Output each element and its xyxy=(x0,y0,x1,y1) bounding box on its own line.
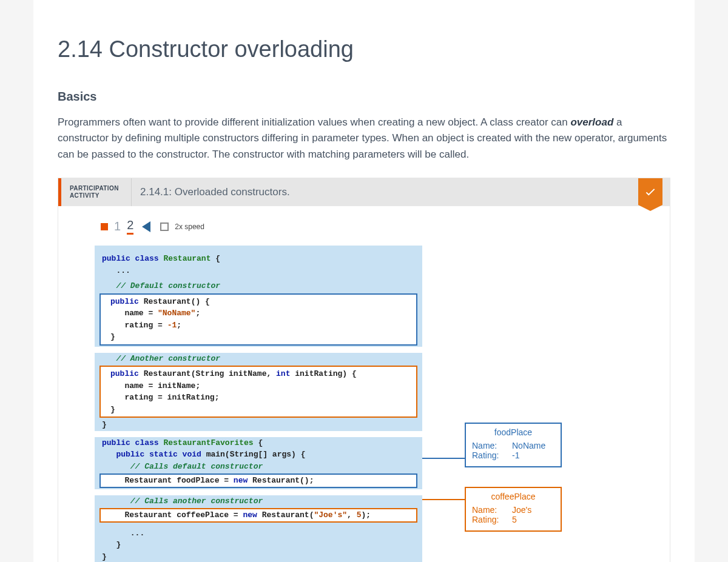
code-comment: // Another constructor xyxy=(95,353,422,365)
object-rating-label: Rating: xyxy=(472,450,507,460)
code-line: name = initName; xyxy=(103,380,414,392)
code-comment: // Calls another constructor xyxy=(95,495,422,507)
animation-controls: 1 2 2x speed xyxy=(101,218,645,235)
object-name-value: Joe's xyxy=(512,505,531,515)
object-title: foodPlace xyxy=(472,427,554,437)
page-content: 2.14 Constructor overloading Basics Prog… xyxy=(33,0,695,562)
object-name-value: NoName xyxy=(512,441,545,450)
completion-badge xyxy=(638,178,662,205)
speed-label: 2x speed xyxy=(175,222,204,231)
code-line: rating = -1; xyxy=(103,319,414,332)
default-constructor-block: public Restaurant() { name = "NoName"; r… xyxy=(99,293,417,346)
code-line: public static void main(String[] args) { xyxy=(95,449,422,461)
activity-type-label: PARTICIPATION ACTIVITY xyxy=(61,178,132,206)
intro-text-before: Programmers often want to provide differ… xyxy=(58,116,570,128)
code-line: rating = initRating; xyxy=(103,392,414,404)
code-line: Restaurant coffeePlace = new Restaurant(… xyxy=(103,509,414,521)
code-line: } xyxy=(103,331,414,343)
code-line: public Restaurant(String initName, int i… xyxy=(103,368,414,380)
connector-line xyxy=(422,499,465,500)
speed-checkbox[interactable] xyxy=(160,222,169,231)
page-title: 2.14 Constructor overloading xyxy=(58,36,670,62)
code-comment: // Calls default constructor xyxy=(95,461,422,473)
object-title: coffeePlace xyxy=(472,492,554,501)
object-rating-value: 5 xyxy=(512,515,517,524)
code-line: } xyxy=(95,419,422,431)
foodplace-instantiation: Restaurant foodPlace = new Restaurant(); xyxy=(99,473,417,488)
intro-paragraph: Programmers often want to provide differ… xyxy=(58,115,670,162)
back-icon[interactable] xyxy=(142,221,150,232)
foodplace-object-box: foodPlace Name: NoName Rating: -1 xyxy=(465,423,562,467)
coffeeplace-object-box: coffeePlace Name: Joe's Rating: 5 xyxy=(465,487,562,532)
step-2-button[interactable]: 2 xyxy=(127,218,133,235)
code-line: ... xyxy=(95,527,422,540)
coffeeplace-instantiation: Restaurant coffeePlace = new Restaurant(… xyxy=(99,508,417,523)
object-rating-label: Rating: xyxy=(472,515,507,524)
code-line: Restaurant foodPlace = new Restaurant(); xyxy=(103,475,414,487)
code-block: public class Restaurant { ... // Default… xyxy=(95,246,422,562)
object-name-label: Name: xyxy=(472,505,507,515)
term-overload: overload xyxy=(570,116,613,128)
activity-header: PARTICIPATION ACTIVITY 2.14.1: Overloade… xyxy=(58,178,670,206)
code-line: public class RestaurantFavorites { xyxy=(95,437,422,449)
code-stage: public class Restaurant { ... // Default… xyxy=(95,246,645,562)
code-line: name = "NoName"; xyxy=(103,307,414,319)
code-line: } xyxy=(95,539,422,551)
activity-label-line1: PARTICIPATION xyxy=(70,185,123,192)
overloaded-constructor-block: public Restaurant(String initName, int i… xyxy=(99,366,417,418)
code-line: public class Restaurant { xyxy=(95,253,422,265)
activity-label-line2: ACTIVITY xyxy=(70,192,123,199)
code-comment: // Default constructor xyxy=(95,280,422,292)
code-line: } xyxy=(95,551,422,562)
code-line: public Restaurant() { xyxy=(103,296,414,308)
code-line: } xyxy=(103,404,414,416)
activity-title: 2.14.1: Overloaded constructors. xyxy=(132,178,670,206)
connector-line xyxy=(422,458,465,459)
step-1-button[interactable]: 1 xyxy=(114,219,121,233)
code-line: ... xyxy=(95,265,422,277)
participation-activity: PARTICIPATION ACTIVITY 2.14.1: Overloade… xyxy=(58,178,670,562)
activity-body: 1 2 2x speed public class Restaurant { .… xyxy=(58,206,670,562)
object-name-label: Name: xyxy=(472,441,507,450)
checkmark-icon xyxy=(644,185,657,198)
object-rating-value: -1 xyxy=(512,450,519,460)
section-heading-basics: Basics xyxy=(58,90,670,104)
play-stop-icon[interactable] xyxy=(101,223,108,230)
